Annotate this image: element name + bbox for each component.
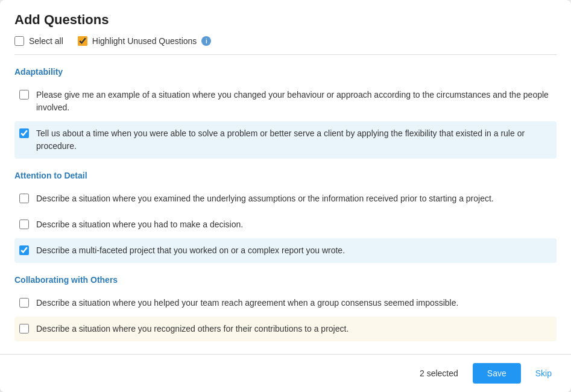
question-text: Tell us about a time when you were able … <box>36 127 552 153</box>
modal-footer: 2 selected Save Skip <box>0 354 571 392</box>
category-section-collaborating-with-others: Collaborating with OthersDescribe a situ… <box>14 275 557 341</box>
highlight-text: Highlight Unused Questions <box>92 36 197 46</box>
save-button[interactable]: Save <box>473 363 521 384</box>
question-item: Describe a situation where you helped yo… <box>14 291 557 315</box>
question-checkbox[interactable] <box>19 220 29 229</box>
question-checkbox[interactable] <box>19 245 29 255</box>
category-section-attention-to-detail: Attention to DetailDescribe a situation … <box>14 171 557 263</box>
question-text: Describe a situation where you helped yo… <box>36 297 458 309</box>
question-text: Please give me an example of a situation… <box>36 89 552 114</box>
category-section-adaptability: AdaptabilityPlease give me an example of… <box>14 67 557 159</box>
info-icon[interactable]: i <box>201 36 211 46</box>
question-text: Describe a multi-faceted project that yo… <box>36 244 345 257</box>
question-checkbox[interactable] <box>19 298 29 308</box>
question-item: Tell us about a time when you were able … <box>14 121 557 159</box>
modal-title: Add Questions <box>14 12 557 28</box>
category-title-collaborating-with-others: Collaborating with Others <box>14 275 557 285</box>
question-checkbox[interactable] <box>19 194 29 203</box>
question-item: Describe a multi-faceted project that yo… <box>14 238 557 263</box>
select-all-checkbox[interactable] <box>14 36 24 46</box>
category-title-attention-to-detail: Attention to Detail <box>14 171 557 180</box>
question-item: Describe a situation where you had to ma… <box>14 212 557 237</box>
question-text: Describe a situation where you had to ma… <box>36 218 243 231</box>
select-all-text: Select all <box>29 36 63 46</box>
highlight-label[interactable]: Highlight Unused Questions i <box>78 36 212 46</box>
highlight-checkbox[interactable] <box>78 36 87 46</box>
category-title-adaptability: Adaptability <box>14 67 557 77</box>
question-item: Describe a situation where you examined … <box>14 186 557 211</box>
question-item: Please give me an example of a situation… <box>14 83 557 120</box>
modal: Add Questions Select all Highlight Unuse… <box>0 0 571 392</box>
question-checkbox[interactable] <box>19 324 29 334</box>
skip-button[interactable]: Skip <box>531 363 557 384</box>
question-text: Describe a situation where you recognize… <box>36 323 349 335</box>
question-item: Describe a situation where you recognize… <box>14 317 557 341</box>
toolbar: Select all Highlight Unused Questions i <box>14 36 557 55</box>
select-all-label[interactable]: Select all <box>14 36 63 46</box>
question-checkbox[interactable] <box>19 90 29 100</box>
modal-body: AdaptabilityPlease give me an example of… <box>0 55 571 354</box>
question-checkbox[interactable] <box>19 128 29 138</box>
question-text: Describe a situation where you examined … <box>36 192 494 205</box>
selected-count: 2 selected <box>420 368 458 378</box>
modal-header: Add Questions Select all Highlight Unuse… <box>0 0 571 55</box>
